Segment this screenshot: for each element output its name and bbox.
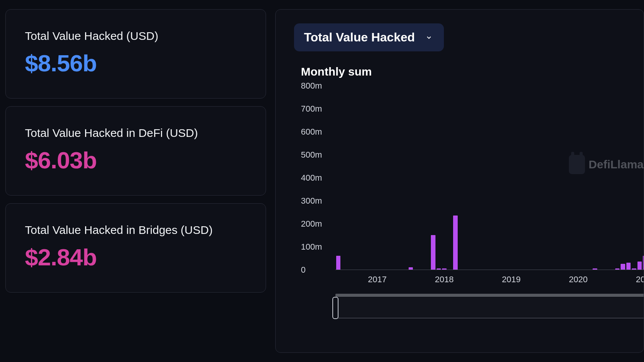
y-tick: 400m xyxy=(301,173,322,183)
x-axis: 20172018201920202021 xyxy=(335,275,644,286)
bar[interactable] xyxy=(442,268,447,270)
y-tick: 0 xyxy=(301,265,306,275)
brush-track xyxy=(335,294,644,297)
x-tick: 2017 xyxy=(368,275,387,285)
x-tick: 2020 xyxy=(569,275,588,285)
x-tick: 2018 xyxy=(435,275,453,285)
bar[interactable] xyxy=(431,235,435,270)
y-tick: 800m xyxy=(301,81,322,91)
bar[interactable] xyxy=(409,267,413,270)
brush-body xyxy=(335,298,644,318)
y-tick: 100m xyxy=(301,242,322,252)
y-tick: 600m xyxy=(301,127,322,137)
dropdown-label: Total Value Hacked xyxy=(304,30,415,44)
bar[interactable] xyxy=(626,263,631,270)
chart-area: DefiLlama 20172018201920202021 800m700m6… xyxy=(301,86,644,270)
bar[interactable] xyxy=(637,262,642,270)
chevron-down-icon xyxy=(426,34,432,41)
stat-label: Total Value Hacked in Bridges (USD) xyxy=(25,224,246,237)
y-tick: 500m xyxy=(301,150,322,160)
bar[interactable] xyxy=(593,268,597,270)
stat-value: $2.84b xyxy=(25,244,246,271)
x-tick: 2021 xyxy=(636,275,644,285)
stats-column: Total Value Hacked (USD) $8.56b Total Va… xyxy=(5,9,266,353)
bar[interactable] xyxy=(621,264,625,270)
y-tick: 700m xyxy=(301,104,322,114)
stat-label: Total Value Hacked (USD) xyxy=(25,30,246,43)
bar[interactable] xyxy=(336,256,341,270)
metric-dropdown[interactable]: Total Value Hacked xyxy=(294,23,444,51)
chart-title: Monthly sum xyxy=(301,65,644,78)
y-tick: 300m xyxy=(301,196,322,206)
bar[interactable] xyxy=(615,268,620,270)
stat-card-defi: Total Value Hacked in DeFi (USD) $6.03b xyxy=(5,106,266,196)
bar[interactable] xyxy=(453,216,458,270)
stat-label: Total Value Hacked in DeFi (USD) xyxy=(25,127,246,140)
brush-handle-left[interactable] xyxy=(332,297,338,319)
bar[interactable] xyxy=(437,268,441,270)
stat-card-bridges: Total Value Hacked in Bridges (USD) $2.8… xyxy=(5,203,266,293)
stat-card-total: Total Value Hacked (USD) $8.56b xyxy=(5,9,266,99)
bar-plot[interactable]: 20172018201920202021 800m700m600m500m400… xyxy=(301,86,631,270)
bar[interactable] xyxy=(632,268,636,270)
x-tick: 2019 xyxy=(502,275,521,285)
x-axis-line xyxy=(335,270,644,270)
stat-value: $6.03b xyxy=(25,146,246,174)
time-brush[interactable] xyxy=(335,294,644,320)
chart-panel: Total Value Hacked Monthly sum DefiLlama… xyxy=(275,9,644,353)
stat-value: $8.56b xyxy=(25,49,246,77)
y-tick: 200m xyxy=(301,219,322,229)
bars-container xyxy=(335,86,644,270)
